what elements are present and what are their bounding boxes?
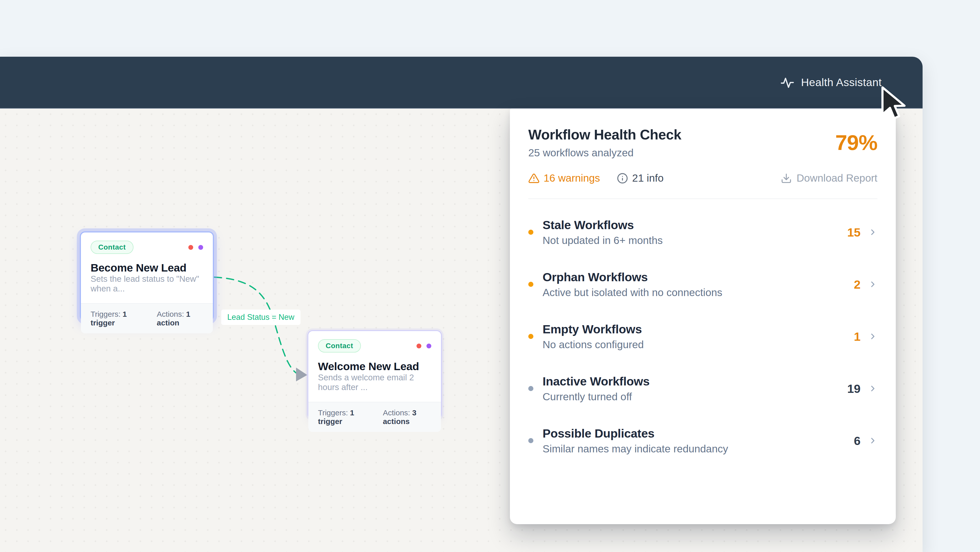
workflow-node-become-new-lead[interactable]: Contact Become New Lead Sets the lead st…: [80, 231, 214, 321]
severity-dot: [528, 230, 533, 235]
severity-dot: [528, 282, 533, 287]
node-status-dots: [417, 343, 431, 348]
health-assistant-button[interactable]: Health Assistant: [780, 75, 882, 90]
purple-status-dot: [198, 245, 203, 250]
issue-row-inactive-workflows[interactable]: Inactive Workflows Currently turned off …: [510, 362, 896, 415]
purple-status-dot: [426, 343, 431, 348]
severity-dot: [528, 438, 533, 443]
node-title: Become New Lead: [91, 262, 203, 274]
activity-pulse-icon: [780, 75, 794, 90]
issue-row-possible-duplicates[interactable]: Possible Duplicates Similar names may in…: [510, 415, 896, 467]
panel-title: Workflow Health Check: [528, 126, 681, 143]
node-description: Sends a welcome email 2 hours after ...: [318, 373, 431, 399]
node-description: Sets the lead status to "New" when a...: [91, 274, 203, 301]
top-bar: Health Assistant: [0, 57, 923, 108]
issue-count: 1: [839, 330, 861, 343]
node-title: Welcome New Lead: [318, 360, 431, 373]
download-report-button[interactable]: Download Report: [781, 172, 877, 184]
issue-title: Empty Workflows: [542, 322, 839, 336]
issue-count: 19: [839, 381, 861, 396]
issue-row-stale-workflows[interactable]: Stale Workflows Not updated in 6+ months…: [510, 206, 896, 258]
panel-stats-row: 16 warnings 21 info Do: [528, 172, 877, 199]
red-status-dot: [417, 343, 422, 348]
download-icon: [781, 173, 792, 184]
node-body: Contact Become New Lead Sets the lead st…: [81, 233, 213, 303]
chevron-right-icon: [868, 436, 877, 445]
issue-title: Stale Workflows: [542, 218, 839, 232]
node-body: Contact Welcome New Lead Sends a welcome…: [308, 331, 441, 402]
panel-header: Workflow Health Check 25 workflows analy…: [510, 108, 896, 199]
triggers-meta: Triggers:1 trigger: [318, 408, 366, 426]
issue-title: Possible Duplicates: [542, 426, 839, 440]
issue-subtitle: Not updated in 6+ months: [542, 235, 839, 247]
issue-count: 6: [839, 434, 861, 448]
contact-badge: Contact: [318, 339, 361, 353]
chevron-right-icon: [868, 280, 877, 289]
chevron-right-icon: [868, 228, 877, 237]
screenshot-root: Health Assistant Lead Status = New Conta…: [0, 0, 980, 552]
info-stat: 21 info: [617, 172, 663, 184]
contact-badge: Contact: [91, 241, 134, 254]
connector-path: [215, 277, 298, 374]
health-score: 79%: [835, 130, 877, 155]
triggers-meta: Triggers:1 trigger: [91, 310, 140, 327]
connector-label: Lead Status = New: [221, 310, 301, 325]
workflow-node-welcome-new-lead[interactable]: Contact Welcome New Lead Sends a welcome…: [307, 330, 442, 419]
connector-arrowhead-icon: [296, 368, 307, 381]
issue-subtitle: Active but isolated with no connections: [542, 287, 839, 298]
issue-list: Stale Workflows Not updated in 6+ months…: [510, 199, 896, 467]
node-footer: Triggers:1 trigger Actions:3 actions: [308, 402, 441, 432]
actions-meta: Actions:3 actions: [383, 408, 431, 426]
panel-subtitle: 25 workflows analyzed: [528, 147, 681, 159]
issue-row-empty-workflows[interactable]: Empty Workflows No actions configured 1: [510, 310, 896, 362]
issue-count: 2: [839, 278, 861, 292]
chevron-right-icon: [868, 332, 877, 341]
issue-subtitle: Similar names may indicate redundancy: [542, 443, 839, 455]
chevron-right-icon: [868, 384, 877, 393]
warnings-stat: 16 warnings: [528, 172, 600, 184]
node-status-dots: [188, 245, 203, 250]
info-circle-icon: [617, 173, 628, 184]
issue-subtitle: No actions configured: [542, 339, 839, 351]
node-footer: Triggers:1 trigger Actions:1 action: [81, 303, 213, 333]
warning-triangle-icon: [528, 173, 539, 184]
severity-dot: [528, 334, 533, 339]
issue-row-orphan-workflows[interactable]: Orphan Workflows Active but isolated wit…: [510, 258, 896, 310]
health-check-panel: Workflow Health Check 25 workflows analy…: [510, 108, 896, 524]
severity-dot: [528, 386, 533, 391]
red-status-dot: [188, 245, 193, 250]
issue-title: Orphan Workflows: [542, 270, 839, 284]
issue-count: 15: [839, 225, 861, 239]
issue-subtitle: Currently turned off: [542, 391, 839, 403]
issue-title: Inactive Workflows: [542, 374, 839, 388]
actions-meta: Actions:1 action: [157, 310, 203, 327]
health-assistant-label: Health Assistant: [801, 76, 882, 89]
